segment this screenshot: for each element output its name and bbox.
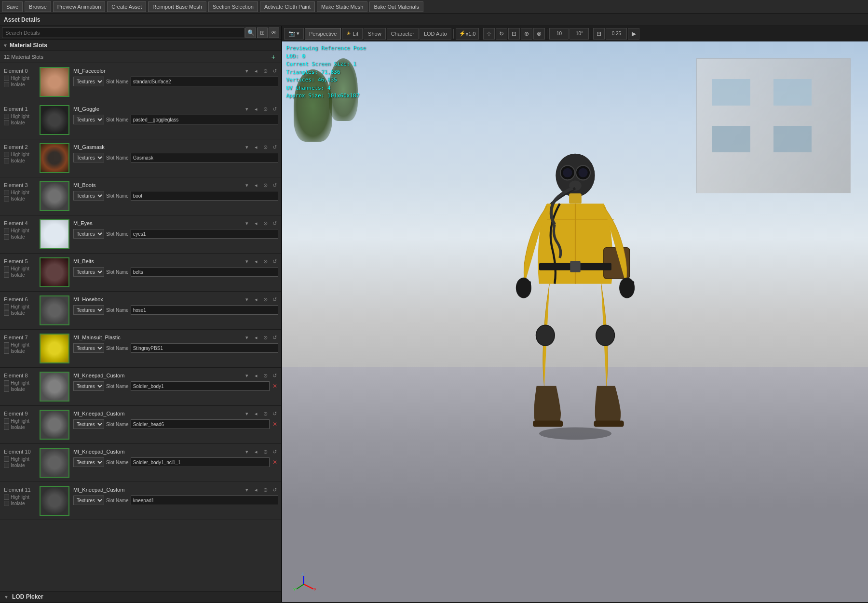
camera-dropdown-button[interactable]: 📷 ▾ (284, 28, 304, 40)
isolate-checkbox-11[interactable] (4, 501, 9, 506)
material-back-btn-10[interactable]: ◂ (252, 448, 260, 456)
material-reset-btn-11[interactable]: ↺ (271, 486, 278, 494)
material-arrow-down-6[interactable]: ▾ (243, 295, 251, 303)
textures-select-3[interactable]: Textures Material (73, 191, 104, 201)
isolate-checkbox-5[interactable] (4, 272, 9, 278)
material-arrow-down-4[interactable]: ▾ (243, 219, 251, 227)
material-back-btn-8[interactable]: ◂ (252, 372, 260, 379)
material-thumbnail-1[interactable] (40, 105, 69, 135)
isolate-checkbox-1[interactable] (4, 120, 9, 125)
isolate-label-4[interactable]: Isolate (11, 234, 25, 240)
material-thumbnail-6[interactable] (40, 295, 69, 325)
material-browse-btn-11[interactable]: ⊙ (261, 486, 269, 494)
material-thumbnail-11[interactable] (40, 486, 69, 516)
textures-select-11[interactable]: Textures Material (73, 496, 104, 505)
material-back-btn-5[interactable]: ◂ (252, 257, 260, 265)
isolate-checkbox-0[interactable] (4, 82, 9, 87)
isolate-checkbox-7[interactable] (4, 348, 9, 354)
browse-button[interactable]: Browse (25, 1, 51, 12)
world-space-button[interactable]: ⊕ (521, 28, 532, 40)
highlight-checkbox-8[interactable] (4, 380, 9, 386)
create-asset-button[interactable]: Create Asset (107, 1, 146, 12)
make-static-mesh-button[interactable]: Make Static Mesh (317, 1, 367, 12)
material-reset-btn-4[interactable]: ↺ (271, 219, 278, 227)
material-browse-btn-0[interactable]: ⊙ (261, 67, 269, 75)
isolate-label-2[interactable]: Isolate (11, 158, 25, 163)
material-back-btn-9[interactable]: ◂ (252, 410, 260, 417)
isolate-checkbox-9[interactable] (4, 425, 9, 430)
isolate-checkbox-2[interactable] (4, 158, 9, 163)
textures-select-1[interactable]: Textures Material (73, 115, 104, 124)
search-input[interactable] (2, 27, 244, 38)
material-browse-btn-4[interactable]: ⊙ (261, 219, 269, 227)
slot-name-input-11[interactable] (131, 496, 278, 505)
material-browse-btn-10[interactable]: ⊙ (261, 448, 269, 456)
slot-name-input-4[interactable] (131, 229, 278, 239)
material-reset-btn-6[interactable]: ↺ (271, 295, 278, 303)
slot-name-input-10[interactable] (131, 457, 270, 467)
slot-name-input-5[interactable] (131, 267, 278, 277)
isolate-label-7[interactable]: Isolate (11, 348, 25, 354)
material-reset-btn-0[interactable]: ↺ (271, 67, 278, 75)
textures-select-0[interactable]: Textures Material (73, 77, 104, 86)
material-browse-btn-3[interactable]: ⊙ (261, 181, 269, 189)
material-back-btn-11[interactable]: ◂ (252, 486, 260, 494)
highlight-label-1[interactable]: Highlight (11, 114, 29, 119)
material-reset-btn-2[interactable]: ↺ (271, 143, 278, 151)
textures-select-2[interactable]: Textures Material (73, 153, 104, 162)
surface-snapping-button[interactable]: ⊗ (533, 28, 545, 40)
isolate-label-9[interactable]: Isolate (11, 425, 25, 430)
material-browse-btn-7[interactable]: ⊙ (261, 334, 269, 341)
material-thumbnail-8[interactable] (40, 372, 69, 402)
slot-name-input-6[interactable] (131, 305, 278, 315)
material-slots-section-header[interactable]: ▼ Material Slots (0, 40, 281, 51)
material-reset-btn-3[interactable]: ↺ (271, 181, 278, 189)
highlight-checkbox-7[interactable] (4, 342, 9, 348)
textures-select-4[interactable]: Textures Material (73, 229, 104, 239)
material-reset-btn-7[interactable]: ↺ (271, 334, 278, 341)
perspective-button[interactable]: Perspective (305, 28, 341, 40)
material-arrow-down-3[interactable]: ▾ (243, 181, 251, 189)
material-browse-btn-6[interactable]: ⊙ (261, 295, 269, 303)
viewport-area[interactable]: Previewing Reference Pose LOD: 0 Current… (282, 41, 868, 602)
scale-snap-value[interactable]: 0.25 (606, 28, 627, 40)
isolate-label-5[interactable]: Isolate (11, 272, 25, 278)
material-back-btn-2[interactable]: ◂ (252, 143, 260, 151)
material-thumbnail-10[interactable] (40, 448, 69, 478)
textures-select-9[interactable]: Textures Material (73, 419, 104, 429)
highlight-label-2[interactable]: Highlight (11, 152, 29, 157)
eye-view-button[interactable]: 👁 (269, 27, 279, 38)
highlight-label-0[interactable]: Highlight (11, 76, 29, 81)
grid-size-button[interactable]: 10 (549, 28, 569, 40)
highlight-checkbox-5[interactable] (4, 266, 9, 271)
textures-select-10[interactable]: Textures Material (73, 457, 104, 467)
material-thumbnail-5[interactable] (40, 257, 69, 287)
textures-select-7[interactable]: Textures Material (73, 343, 104, 353)
isolate-label-10[interactable]: Isolate (11, 463, 25, 468)
textures-select-8[interactable]: Textures Material (73, 381, 104, 391)
material-back-btn-7[interactable]: ◂ (252, 334, 260, 341)
camera-speed-button[interactable]: ▶ (628, 28, 639, 40)
material-thumbnail-2[interactable] (40, 143, 69, 173)
highlight-label-6[interactable]: Highlight (11, 304, 29, 309)
isolate-checkbox-3[interactable] (4, 196, 9, 201)
bake-out-materials-button[interactable]: Bake Out Materials (369, 1, 423, 12)
activate-cloth-paint-button[interactable]: Activate Cloth Paint (260, 1, 315, 12)
isolate-label-8[interactable]: Isolate (11, 387, 25, 392)
highlight-label-10[interactable]: Highlight (11, 456, 29, 462)
slot-name-input-8[interactable] (131, 381, 270, 391)
add-slot-button[interactable]: + (270, 53, 277, 61)
material-arrow-down-1[interactable]: ▾ (243, 105, 251, 113)
scale-tool-button[interactable]: ⊡ (508, 28, 520, 40)
material-reset-btn-1[interactable]: ↺ (271, 105, 278, 113)
highlight-label-7[interactable]: Highlight (11, 342, 29, 348)
isolate-label-6[interactable]: Isolate (11, 310, 25, 316)
material-back-btn-6[interactable]: ◂ (252, 295, 260, 303)
reimport-base-mesh-button[interactable]: Reimport Base Mesh (148, 1, 206, 12)
slot-name-input-1[interactable] (131, 115, 278, 124)
material-back-btn-3[interactable]: ◂ (252, 181, 260, 189)
highlight-checkbox-10[interactable] (4, 456, 9, 462)
highlight-label-9[interactable]: Highlight (11, 418, 29, 424)
material-browse-btn-9[interactable]: ⊙ (261, 410, 269, 417)
material-thumbnail-0[interactable] (40, 67, 69, 97)
